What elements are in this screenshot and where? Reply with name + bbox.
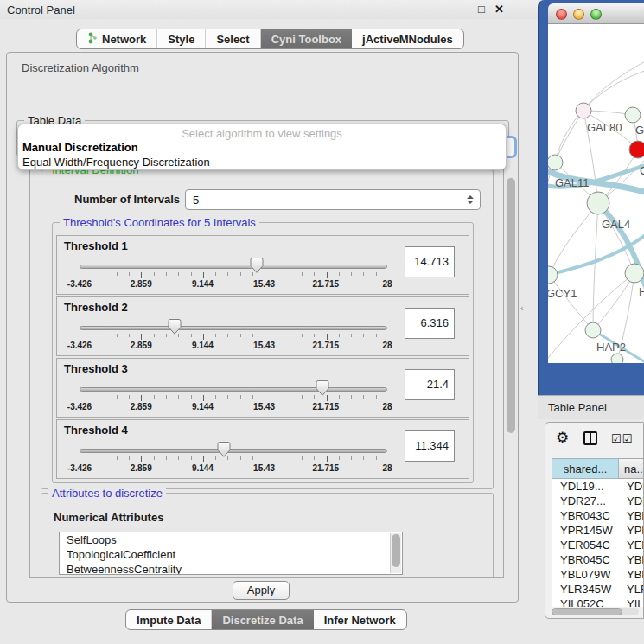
tab-cyni-toolbox[interactable]: Cyni Toolbox xyxy=(261,29,352,48)
threshold-4-value-field[interactable]: 11.344 xyxy=(405,430,455,462)
node-hap2[interactable] xyxy=(585,322,601,338)
algorithm-option-manual[interactable]: Manual Discretization xyxy=(22,141,138,154)
slider-thumb[interactable] xyxy=(168,318,182,335)
list-vertical-scrollbar[interactable] xyxy=(390,533,401,573)
algorithm-option-equal-width[interactable]: Equal Width/Frequency Discretization xyxy=(22,156,210,169)
table-row[interactable]: YPR145WYPR145W xyxy=(552,523,644,538)
table-row[interactable]: YIL052CYIL052C xyxy=(552,596,644,607)
close-panel-icon[interactable]: ✕ xyxy=(494,3,504,16)
apply-button[interactable]: Apply xyxy=(233,581,290,600)
column-checkboxes-icon[interactable]: ☑☑ xyxy=(611,432,633,445)
tab-impute-data[interactable]: Impute Data xyxy=(126,610,212,629)
threshold-1-value-field[interactable]: 14.713 xyxy=(405,246,455,277)
slider-track[interactable] xyxy=(80,449,387,453)
threshold-1-slider[interactable]: -3.426 2.859 9.144 15.43 21.715 28 xyxy=(80,257,387,293)
slider-tick-labels: -3.426 2.859 9.144 15.43 21.715 28 xyxy=(80,402,387,414)
threshold-3-slider[interactable]: -3.426 2.859 9.144 15.43 21.715 28 xyxy=(80,379,387,416)
number-of-intervals-label: Number of Intervals xyxy=(74,193,180,206)
threshold-4-label: Threshold 4 xyxy=(64,424,128,437)
settings-vertical-scrollbar[interactable] xyxy=(506,162,516,578)
table-row[interactable]: YDL19...YDL19... xyxy=(552,479,644,494)
node-gal11[interactable] xyxy=(548,155,563,170)
network-canvas[interactable]: GAL80 GA C GAL11 GAL4 GCY1 H HAP2 xyxy=(548,24,644,363)
tab-style[interactable]: Style xyxy=(157,29,206,48)
slider-thumb[interactable] xyxy=(250,257,264,274)
table-row[interactable]: YBL079WYBL079W xyxy=(552,567,644,582)
slider-tick-labels: -3.426 2.859 9.144 15.43 21.715 28 xyxy=(80,279,387,291)
threshold-2-slider[interactable]: -3.426 2.859 9.144 15.43 21.715 28 xyxy=(80,318,387,354)
column-header-shared[interactable]: shared... xyxy=(552,458,619,479)
attributes-group-title: Attributes to discretize xyxy=(48,487,166,500)
threshold-2-label: Threshold 2 xyxy=(64,301,128,314)
slider-ticks xyxy=(80,456,388,462)
settings-scroll-panel: Interval Definition Number of Intervals … xyxy=(29,162,504,578)
slider-track[interactable] xyxy=(80,387,387,392)
thresholds-group: Threshold's Coordinates for 5 Intervals … xyxy=(52,222,474,483)
thresholds-group-title: Threshold's Coordinates for 5 Intervals xyxy=(60,216,259,229)
slider-thumb[interactable] xyxy=(217,441,231,458)
control-panel-title: Control Panel xyxy=(7,3,75,16)
node-gal80[interactable] xyxy=(576,103,591,118)
slider-track[interactable] xyxy=(80,265,387,269)
node-gcy1[interactable] xyxy=(548,266,558,284)
minimize-traffic-light-icon[interactable] xyxy=(573,9,584,20)
number-of-intervals-value: 5 xyxy=(193,194,199,207)
attributes-group: Attributes to discretize Numerical Attri… xyxy=(41,493,494,578)
node-red-selected[interactable] xyxy=(629,141,644,158)
table-row[interactable]: YLR345WYLR345W xyxy=(552,582,644,596)
tab-infer-network[interactable]: Infer Network xyxy=(314,610,406,629)
list-item[interactable]: SelfLoops xyxy=(60,532,402,547)
table-panel-window: ⚙ ☑☑ shared... na... YDL19...YDL19... YD… xyxy=(545,422,644,619)
node-gal4[interactable] xyxy=(587,192,609,214)
slider-tick-labels: -3.426 2.859 9.144 15.43 21.715 28 xyxy=(80,463,387,475)
scrollbar-thumb[interactable] xyxy=(507,178,515,433)
node-label-gcy1: GCY1 xyxy=(548,287,577,300)
number-of-intervals-combobox[interactable]: 5 xyxy=(185,189,481,210)
algorithm-dropdown-popup: Select algorithm to view settings Manual… xyxy=(17,124,507,170)
slider-thumb[interactable] xyxy=(316,379,329,397)
slider-track[interactable] xyxy=(80,326,387,330)
table-row[interactable]: YBR045CYBR045C xyxy=(552,552,644,567)
tab-network-label: Network xyxy=(102,33,146,46)
slider-ticks xyxy=(80,395,388,401)
network-graph-icon xyxy=(87,32,98,47)
column-header-name[interactable]: na... xyxy=(619,458,644,479)
node-bottom-partial[interactable] xyxy=(611,354,623,363)
list-item[interactable]: BetweennessCentrality xyxy=(60,562,402,575)
tab-select[interactable]: Select xyxy=(206,29,260,48)
cyni-mode-tabbar: Impute Data Discretize Data Infer Networ… xyxy=(125,609,407,630)
interval-definition-group: Interval Definition Number of Intervals … xyxy=(41,169,494,489)
scrollbar-thumb[interactable] xyxy=(552,608,622,615)
threshold-3-value-field[interactable]: 21.4 xyxy=(405,369,455,400)
table-horizontal-scrollbar[interactable] xyxy=(552,608,639,615)
node-top-right[interactable] xyxy=(625,107,641,123)
close-traffic-light-icon[interactable] xyxy=(556,9,567,20)
node-label-hap2: HAP2 xyxy=(596,341,626,354)
float-window-icon[interactable]: □ xyxy=(478,3,485,16)
list-item[interactable]: TopologicalCoefficient xyxy=(60,547,402,562)
table-rows: YDL19...YDL19... YDR27...YDR27... YBR043… xyxy=(552,479,644,607)
network-window-titlebar[interactable] xyxy=(548,3,644,24)
node-label-gal80: GAL80 xyxy=(587,121,622,134)
threshold-4-panel: Threshold 4 -3.426 2.859 9.144 15.43 21.… xyxy=(56,419,469,479)
network-graph: GAL80 GA C GAL11 GAL4 GCY1 H HAP2 xyxy=(548,24,644,363)
table-row[interactable]: YDR27...YDR27... xyxy=(552,494,644,508)
tab-network[interactable]: Network xyxy=(77,29,157,48)
algorithm-group-title: Discretization Algorithm xyxy=(22,61,139,74)
tab-jactivemnodules[interactable]: jActiveMNodules xyxy=(352,29,463,48)
table-row[interactable]: YER054CYER054C xyxy=(552,538,644,552)
control-panel-tabbar: Network Style Select Cyni Toolbox jActiv… xyxy=(76,29,464,49)
numerical-attributes-label: Numerical Attributes xyxy=(54,511,163,524)
zoom-traffic-light-icon[interactable] xyxy=(590,9,602,20)
control-panel-titlebar: Control Panel □ ✕ xyxy=(0,0,538,19)
network-view-window: GAL80 GA C GAL11 GAL4 GCY1 H HAP2 xyxy=(538,0,644,395)
panel-splitter-arrow-icon[interactable]: ‹ xyxy=(520,303,524,313)
threshold-2-value-field[interactable]: 6.316 xyxy=(405,308,455,339)
numerical-attributes-list[interactable]: SelfLoops TopologicalCoefficient Between… xyxy=(59,532,403,575)
table-row[interactable]: YBR043CYBR043C xyxy=(552,508,644,523)
threshold-4-slider[interactable]: -3.426 2.859 9.144 15.43 21.715 28 xyxy=(80,441,387,477)
gear-icon[interactable]: ⚙ xyxy=(556,429,569,447)
node-h[interactable] xyxy=(625,264,644,283)
tab-discretize-data[interactable]: Discretize Data xyxy=(212,610,313,629)
split-view-icon[interactable] xyxy=(583,431,597,445)
